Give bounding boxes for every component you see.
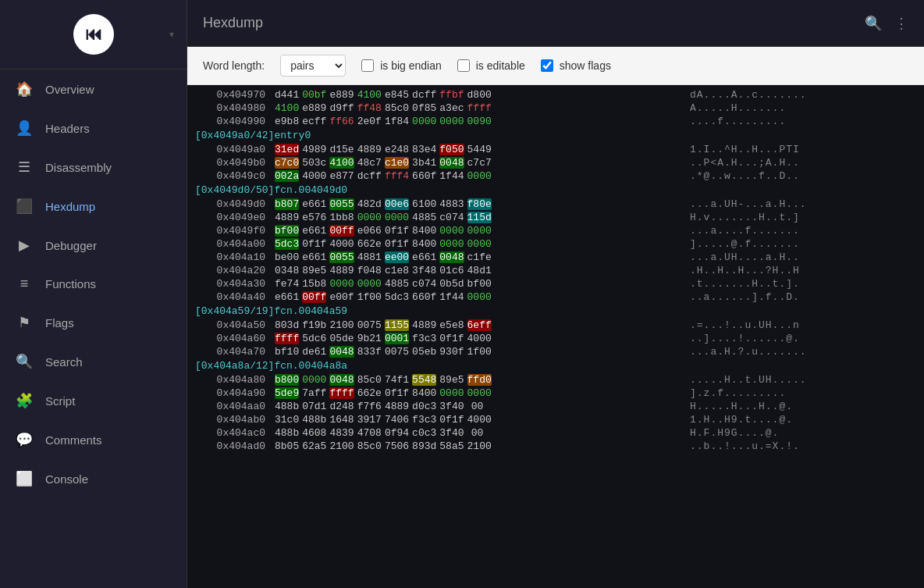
hex-byte[interactable]: 4839 xyxy=(329,427,354,439)
hex-byte[interactable]: 0f1f xyxy=(439,333,464,344)
hex-byte[interactable]: 0000 xyxy=(467,170,492,182)
hex-byte[interactable]: 1f44 xyxy=(439,170,464,182)
hex-byte[interactable]: 2e0f xyxy=(357,116,382,127)
sidebar-collapse-icon[interactable]: ▾ xyxy=(169,29,174,40)
hex-byte[interactable]: 4885 xyxy=(385,278,409,290)
sidebar-item-headers[interactable]: 👤 Headers xyxy=(0,109,187,148)
hex-byte[interactable]: 4000 xyxy=(467,414,492,426)
hex-byte[interactable]: c1fe xyxy=(467,251,492,263)
hex-byte[interactable]: 4000 xyxy=(302,170,326,182)
hex-byte[interactable]: 4000 xyxy=(329,238,354,250)
hex-byte[interactable]: ffbf xyxy=(439,89,464,101)
sidebar-item-overview[interactable]: 🏠 Overview xyxy=(0,69,187,109)
hex-byte[interactable]: f19b xyxy=(302,319,326,331)
hex-byte[interactable]: 0048 xyxy=(439,251,464,263)
hex-byte[interactable]: e889 xyxy=(329,89,354,101)
sidebar-item-script[interactable]: 🧩 Script xyxy=(0,381,187,420)
hex-byte[interactable]: 4883 xyxy=(439,198,464,210)
hex-byte[interactable]: 62a5 xyxy=(302,440,326,452)
hex-byte[interactable]: 6100 xyxy=(412,198,436,210)
hex-byte[interactable]: 0000 xyxy=(467,238,492,250)
hex-byte[interactable]: 00bf xyxy=(302,89,326,101)
hex-byte[interactable]: e661 xyxy=(302,225,326,237)
hex-byte[interactable]: 00ff xyxy=(302,291,326,303)
hex-byte[interactable]: 662e xyxy=(357,238,382,250)
hex-byte[interactable]: 5dc3 xyxy=(275,238,299,250)
hex-byte[interactable]: ffff xyxy=(467,102,492,114)
hex-byte[interactable]: b800 xyxy=(275,374,299,386)
hex-byte[interactable]: 503c xyxy=(302,157,326,169)
sidebar-item-debugger[interactable]: ▶ Debugger xyxy=(0,226,187,265)
hex-byte[interactable]: 0075 xyxy=(357,319,382,331)
hex-byte[interactable]: 5449 xyxy=(467,144,492,155)
hex-byte[interactable]: 0f1f xyxy=(385,225,409,237)
hex-byte[interactable]: 9b21 xyxy=(357,333,382,344)
hex-byte[interactable]: ffd0 xyxy=(467,374,492,386)
hex-byte[interactable]: 89e5 xyxy=(302,265,326,276)
editable-checkbox[interactable] xyxy=(457,59,470,72)
hex-byte[interactable]: 4000 xyxy=(467,333,492,344)
more-options-icon[interactable]: ⋮ xyxy=(894,15,908,32)
hex-byte[interactable]: 05de xyxy=(329,333,354,344)
hex-byte[interactable]: 5dc6 xyxy=(302,333,326,344)
hex-byte[interactable]: bf00 xyxy=(467,278,492,290)
hex-byte[interactable]: 0000 xyxy=(357,278,382,290)
hex-byte[interactable]: 7aff xyxy=(302,387,326,399)
hex-byte[interactable]: 930f xyxy=(439,346,464,358)
hex-byte[interactable]: 0000 xyxy=(467,291,492,303)
hex-byte[interactable]: 1648 xyxy=(329,414,354,426)
hex-byte[interactable]: fe74 xyxy=(275,278,299,290)
hex-byte[interactable]: 48d1 xyxy=(467,265,492,276)
hex-byte[interactable]: 0055 xyxy=(329,198,354,210)
hex-byte[interactable]: 0000 xyxy=(439,225,464,237)
hex-byte[interactable]: 660f xyxy=(412,170,436,182)
hex-byte[interactable]: f7f6 xyxy=(357,401,382,412)
hex-byte[interactable]: d0c3 xyxy=(412,401,436,412)
hex-byte[interactable]: 662e xyxy=(357,387,382,399)
hex-byte[interactable]: 8400 xyxy=(412,387,436,399)
hex-byte[interactable]: bf00 xyxy=(275,225,299,237)
hex-byte[interactable]: 0f1f xyxy=(302,238,326,250)
big-endian-checkbox[interactable] xyxy=(361,59,374,72)
hex-byte[interactable]: be00 xyxy=(275,251,299,263)
hex-byte[interactable]: 0000 xyxy=(329,278,354,290)
hex-byte[interactable]: 0000 xyxy=(467,225,492,237)
hex-byte[interactable]: e661 xyxy=(302,198,326,210)
hex-byte[interactable]: e877 xyxy=(329,170,354,182)
hex-byte[interactable]: 4889 xyxy=(275,212,299,223)
hex-byte[interactable]: 488b xyxy=(275,401,299,412)
hex-byte[interactable]: 74f1 xyxy=(385,374,409,386)
hex-byte[interactable]: 0000 xyxy=(439,116,464,127)
hex-byte[interactable]: 5de9 xyxy=(275,387,299,399)
hex-byte[interactable]: 660f xyxy=(412,291,436,303)
hex-byte[interactable]: 85c0 xyxy=(385,102,409,114)
hex-byte[interactable]: 8400 xyxy=(412,225,436,237)
hex-byte[interactable]: 803d xyxy=(275,319,299,331)
hex-byte[interactable]: 0000 xyxy=(302,374,326,386)
hex-byte[interactable]: e066 xyxy=(357,225,382,237)
hex-byte[interactable]: 1bb8 xyxy=(329,212,354,223)
hex-byte[interactable]: 4989 xyxy=(302,144,326,155)
hex-byte[interactable]: 4885 xyxy=(412,212,436,223)
hex-byte[interactable]: 002a xyxy=(275,170,299,182)
hex-byte[interactable]: 1f00 xyxy=(467,346,492,358)
hex-byte[interactable]: 0f94 xyxy=(385,427,409,439)
hex-byte[interactable]: bf10 xyxy=(275,346,299,358)
hex-content[interactable]: 0x404970d441 00bf e889 4100 e845 dcff ff… xyxy=(187,85,924,588)
hex-byte[interactable]: 0090 xyxy=(467,116,492,127)
hex-byte[interactable]: 4100 xyxy=(357,89,382,101)
hex-byte[interactable]: c7c7 xyxy=(467,157,492,169)
sidebar-item-hexdump[interactable]: ⬛ Hexdump xyxy=(0,187,187,226)
hex-byte[interactable]: 4889 xyxy=(329,265,354,276)
hex-byte[interactable]: 4100 xyxy=(329,157,354,169)
hex-byte[interactable]: 0b5d xyxy=(439,278,464,290)
hex-byte[interactable]: 4100 xyxy=(275,102,299,114)
hex-byte[interactable]: dcff xyxy=(412,89,436,101)
hex-byte[interactable]: dcff xyxy=(357,170,382,182)
hex-byte[interactable]: 0000 xyxy=(439,387,464,399)
hex-byte[interactable]: 0001 xyxy=(385,333,409,344)
hex-byte[interactable]: 0348 xyxy=(275,265,299,276)
hex-byte[interactable]: 0f85 xyxy=(412,102,436,114)
hex-byte[interactable]: c1e8 xyxy=(385,265,409,276)
hex-byte[interactable]: f048 xyxy=(357,265,382,276)
